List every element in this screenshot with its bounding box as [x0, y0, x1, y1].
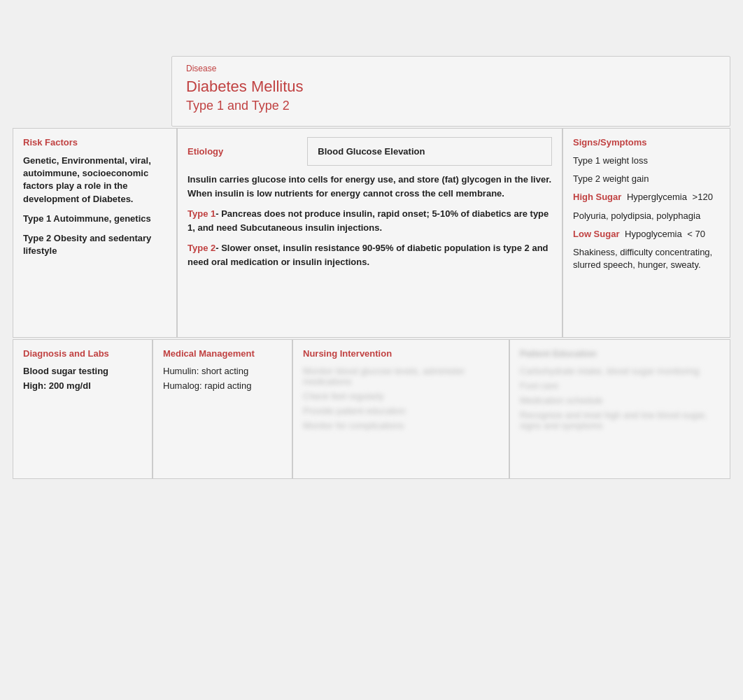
patient-p1: Carbohydrate intake, blood sugar monitor…	[520, 366, 720, 376]
disease-subtitle: Type 1 and Type 2	[186, 99, 716, 113]
type2-label: Type 2	[187, 243, 215, 253]
nursing-column: Nursing Intervention Monitor blood gluco…	[292, 339, 509, 479]
middle-row: Risk Factors Genetic, Environmental, vir…	[13, 128, 730, 338]
disease-title: Diabetes Mellitus	[186, 78, 716, 96]
disease-card: Disease Diabetes Mellitus Type 1 and Typ…	[171, 56, 730, 127]
patient-heading: Patient Education	[520, 348, 720, 359]
signs-high-sugar: High Sugar Hyperglycemia >120	[573, 191, 720, 203]
signs-column: Signs/Symptoms Type 1 weight loss Type 2…	[562, 128, 730, 338]
risk-factors-genetic: Genetic, Environmental, viral, autoimmun…	[23, 155, 167, 206]
signs-s3: Polyuria, polydipsia, polyphagia	[573, 210, 720, 222]
patient-p3: Medication schedule	[520, 395, 720, 406]
low-value: < 70	[687, 229, 705, 239]
diagnosis-heading: Diagnosis and Labs	[23, 348, 142, 359]
etiology-header: Etiology Blood Glucose Elevation	[187, 137, 552, 166]
medical-m2: Humalog: rapid acting	[163, 380, 282, 391]
low-sugar-label: Low Sugar	[573, 229, 619, 239]
signs-s1: Type 1 weight loss	[573, 155, 720, 167]
diagnosis-column: Diagnosis and Labs Blood sugar testing H…	[13, 339, 153, 479]
high-value: >120	[693, 192, 713, 202]
nursing-n4: Monitor for complications	[303, 420, 499, 431]
risk-factors-type2: Type 2 Obesity and sedentary lifestyle	[23, 232, 167, 257]
high-sugar-label: High Sugar	[573, 192, 621, 202]
patient-p2: Foot care	[520, 380, 720, 391]
medical-m1: Humulin: short acting	[163, 366, 282, 376]
etiology-type1: Type 1- Pancreas does not produce insuli…	[187, 207, 552, 234]
nursing-heading: Nursing Intervention	[303, 348, 499, 359]
medical-column: Medical Management Humulin: short acting…	[153, 339, 292, 479]
risk-factors-heading: Risk Factors	[23, 137, 167, 148]
risk-factors-type1: Type 1 Autoimmune, genetics	[23, 213, 167, 225]
signs-low-sugar: Low Sugar Hypoglycemia < 70	[573, 228, 720, 241]
etiology-type2: Type 2- Slower onset, insulin resistance…	[187, 241, 552, 269]
medical-heading: Medical Management	[163, 348, 282, 359]
patient-column: Patient Education Carbohydrate intake, b…	[509, 339, 730, 479]
bottom-row: Diagnosis and Labs Blood sugar testing H…	[13, 339, 730, 479]
etiology-heading: Etiology	[187, 146, 223, 157]
blood-glucose-heading: Blood Glucose Elevation	[307, 137, 552, 166]
signs-heading: Signs/Symptoms	[573, 137, 720, 148]
disease-label: Disease	[186, 64, 716, 73]
signs-s4: Shakiness, difficulty concentrating, slu…	[573, 246, 720, 271]
type2-text: - Slower onset, insulin resistance 90-95…	[187, 243, 549, 267]
nursing-n1: Monitor blood glucose levels, administer…	[303, 366, 499, 387]
risk-factors-column: Risk Factors Genetic, Environmental, vir…	[13, 128, 177, 338]
type1-text: - Pancreas does not produce insulin, rap…	[187, 208, 549, 233]
type1-label: Type 1	[187, 208, 215, 219]
diagnosis-d2: High: 200 mg/dl	[23, 380, 142, 391]
hypoglycemia-label: Hypoglycemia	[625, 229, 682, 239]
diagnosis-d1: Blood sugar testing	[23, 366, 142, 376]
etiology-column: Etiology Blood Glucose Elevation Insulin…	[177, 128, 562, 338]
etiology-intro: Insulin carries glucose into cells for e…	[187, 173, 552, 200]
hyperglycemia-label: Hyperglycemia	[627, 192, 687, 202]
signs-s2: Type 2 weight gain	[573, 173, 720, 185]
nursing-n2: Check feet regularly	[303, 391, 499, 401]
patient-p4: Recognize and treat high and low blood s…	[520, 410, 720, 431]
nursing-n3: Provide patient education	[303, 406, 499, 416]
